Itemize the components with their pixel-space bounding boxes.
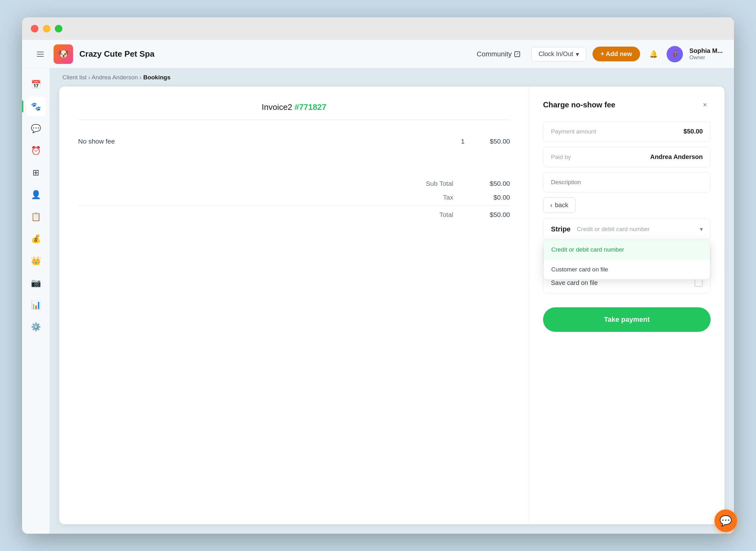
maximize-window-button[interactable] — [55, 25, 62, 32]
notifications-button[interactable]: 🔔 — [646, 47, 660, 61]
sidebar: 📅 🐾 💬 ⏰ ⊞ 👤 📋 — [22, 68, 50, 534]
save-card-label: Save card on file — [551, 279, 598, 287]
card-type-select[interactable]: Credit or debit card number ▾ — [577, 226, 703, 233]
main-area: 📅 🐾 💬 ⏰ ⊞ 👤 📋 — [22, 68, 734, 534]
breadcrumb-client-name[interactable]: Andrea Anderson — [92, 74, 138, 81]
save-card-checkbox[interactable] — [695, 279, 703, 287]
sidebar-item-calendar[interactable]: 📅 — [26, 75, 46, 94]
description-input[interactable] — [551, 179, 703, 186]
invoice-container: Invoice2 #771827 No show fee 1 $50.00 — [59, 87, 725, 524]
clock-in-out-button[interactable]: Clock In/Out ▾ — [531, 47, 586, 61]
chat-bubble-icon: 💬 — [719, 515, 732, 527]
app-container: 🐶 Crazy Cute Pet Spa Community ↗ Clock I… — [22, 40, 734, 534]
dropdown-item-card-on-file[interactable]: Customer card on file — [544, 260, 710, 279]
total-value: $50.00 — [478, 211, 510, 218]
description-field[interactable] — [543, 172, 711, 192]
sidebar-item-billing[interactable]: 💰 — [26, 229, 46, 248]
client-icon: 👤 — [31, 190, 41, 199]
user-role: Owner — [689, 54, 723, 61]
item-qty: 1 — [453, 138, 472, 145]
paid-by-field: Paid by Andrea Anderson — [543, 147, 711, 167]
close-button[interactable]: × — [699, 99, 711, 110]
table-row: No show fee 1 $50.00 — [78, 132, 510, 150]
camera-icon: 📷 — [31, 278, 41, 288]
bar-chart-icon: 📊 — [31, 300, 41, 310]
brand-logo: 🐶 — [54, 44, 73, 64]
payment-amount-value: $50.00 — [684, 128, 703, 135]
payment-amount-field: Payment amount $50.00 — [543, 121, 711, 142]
chevron-down-icon: ▾ — [700, 226, 703, 233]
charge-panel: Charge no-show fee × Payment amount $50.… — [529, 87, 725, 524]
sidebar-item-messages[interactable]: 💬 — [26, 119, 46, 138]
back-chevron-icon: ‹ — [550, 201, 552, 209]
sidebar-item-crown[interactable]: 👑 — [26, 251, 46, 270]
external-link-icon: ↗ — [514, 51, 520, 57]
subtotal-label: Sub Total — [426, 180, 453, 187]
invoice-number: #771827 — [295, 102, 326, 112]
stripe-row: Stripe Credit or debit card number ▾ — [543, 219, 710, 239]
breadcrumb-sep1: › — [88, 74, 90, 81]
user-info: Sophia M... Owner — [689, 47, 723, 61]
subtotal-row: Sub Total $50.00 — [78, 177, 510, 190]
payment-amount-label: Payment amount — [551, 128, 596, 135]
active-indicator — [22, 100, 23, 112]
back-label: back — [555, 201, 568, 209]
add-new-button[interactable]: + Add new — [593, 47, 640, 61]
paid-by-label: Paid by — [551, 154, 571, 160]
invoice-header: Invoice2 #771827 — [78, 102, 510, 120]
content-area: Client list › Andrea Anderson › Bookings… — [50, 68, 734, 534]
user-name: Sophia M... — [689, 47, 723, 54]
minimize-window-button[interactable] — [43, 25, 50, 32]
sidebar-item-analytics[interactable]: 📊 — [26, 295, 46, 315]
browser-window: 🐶 Crazy Cute Pet Spa Community ↗ Clock I… — [22, 17, 734, 534]
card-type-selected-text: Credit or debit card number — [577, 226, 650, 233]
close-icon: × — [703, 101, 707, 109]
breadcrumb-sep2: › — [139, 74, 141, 81]
stripe-label: Stripe — [551, 225, 571, 233]
tax-label: Tax — [443, 194, 453, 201]
avatar-emoji: 🦸 — [671, 50, 679, 58]
clipboard-icon: 📋 — [31, 212, 41, 222]
sidebar-item-settings[interactable]: ⚙️ — [26, 317, 46, 337]
subtotal-value: $50.00 — [478, 180, 510, 187]
invoice-totals: Sub Total $50.00 Tax $0.00 Total $50.00 — [78, 169, 510, 222]
brand-name: Crazy Cute Pet Spa — [79, 49, 154, 59]
invoice-items: No show fee 1 $50.00 — [78, 132, 510, 150]
community-link[interactable]: Community ↗ — [471, 48, 525, 61]
breadcrumb-current: Bookings — [143, 74, 171, 81]
back-button[interactable]: ‹ back — [543, 197, 576, 213]
alarm-icon: ⏰ — [31, 146, 41, 155]
sidebar-item-grid[interactable]: ⊞ — [26, 163, 46, 182]
invoice-title: Invoice2 — [262, 102, 295, 112]
item-name: No show fee — [78, 138, 453, 145]
grid-icon: ⊞ — [32, 168, 39, 177]
crown-icon: 👑 — [31, 256, 41, 266]
dollar-icon: 💰 — [31, 234, 41, 244]
chat-icon: 💬 — [31, 124, 41, 133]
dropdown-item-credit-card[interactable]: Credit or debit card number — [544, 240, 710, 259]
charge-header: Charge no-show fee × — [543, 99, 711, 110]
chat-support-button[interactable]: 💬 — [714, 509, 737, 532]
charge-title: Charge no-show fee — [543, 100, 615, 110]
sidebar-item-clipboard[interactable]: 📋 — [26, 207, 46, 226]
bell-icon: 🔔 — [649, 50, 658, 58]
sidebar-item-camera[interactable]: 📷 — [26, 273, 46, 293]
item-price: $50.00 — [472, 138, 510, 145]
browser-titlebar — [22, 17, 734, 40]
settings-icon: ⚙️ — [31, 322, 41, 332]
brand-logo-emoji: 🐶 — [58, 49, 69, 59]
hamburger-button[interactable] — [33, 47, 47, 61]
breadcrumb: Client list › Andrea Anderson › Bookings — [50, 68, 734, 87]
sidebar-item-clients[interactable]: 👤 — [26, 185, 46, 204]
avatar: 🦸 — [667, 46, 683, 62]
paid-by-value: Andrea Anderson — [650, 153, 703, 160]
take-payment-button[interactable]: Take payment — [543, 307, 711, 332]
sidebar-item-reminders[interactable]: ⏰ — [26, 141, 46, 160]
chevron-down-icon: ▾ — [576, 50, 579, 58]
invoice-panel: Invoice2 #771827 No show fee 1 $50.00 — [59, 87, 529, 524]
total-label: Total — [439, 211, 453, 218]
close-window-button[interactable] — [31, 25, 38, 32]
paw-icon: 🐾 — [31, 102, 41, 111]
sidebar-item-pets[interactable]: 🐾 — [26, 97, 46, 116]
breadcrumb-client-list[interactable]: Client list — [62, 74, 87, 81]
